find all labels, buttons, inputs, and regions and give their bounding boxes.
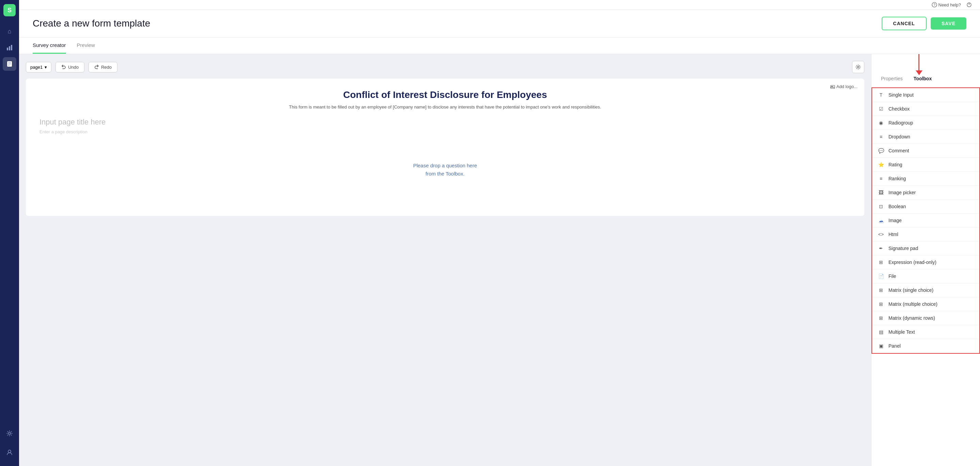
form-header: Conflict of Interest Disclosure for Empl… <box>40 89 851 110</box>
toolbox-item-label: Matrix (dynamic rows) <box>888 315 935 321</box>
toolbox-item-label: Single Input <box>888 92 914 98</box>
toolbox-item-expression-read-only[interactable]: ⊞Expression (read-only) <box>872 256 979 269</box>
toolbox-item-matrix-single-choice[interactable]: ⊞Matrix (single choice) <box>872 283 979 297</box>
content-area: page1 ▾ Undo Redo Add logo... <box>19 54 980 466</box>
toolbox-item-label: Image <box>888 218 902 223</box>
single-input-icon: T <box>878 92 885 98</box>
toolbox-item-checkbox[interactable]: ☑Checkbox <box>872 102 979 116</box>
svg-point-13 <box>858 66 859 68</box>
boolean-icon: ⊡ <box>878 203 885 210</box>
radiogroup-icon: ◉ <box>878 119 885 126</box>
comment-icon: 💬 <box>878 147 885 154</box>
toolbox-item-label: File <box>888 274 896 279</box>
page-select[interactable]: page1 ▾ <box>26 62 51 72</box>
toolbox-item-signature-pad[interactable]: ✒Signature pad <box>872 242 979 256</box>
page-title-placeholder[interactable]: Input page title here <box>40 118 851 127</box>
svg-point-7 <box>8 432 11 434</box>
toolbox-item-panel[interactable]: ▣Panel <box>872 339 979 353</box>
toolbox-item-boolean[interactable]: ⊡Boolean <box>872 200 979 214</box>
toolbox-item-label: Panel <box>888 343 901 349</box>
redo-button[interactable]: Redo <box>89 62 118 72</box>
toolbox-item-label: Ranking <box>888 176 906 181</box>
ranking-icon: ≡ <box>878 175 885 182</box>
toolbox-item-label: Dropdown <box>888 134 910 140</box>
sidebar-item-document[interactable] <box>3 57 16 71</box>
sidebar-item-chart[interactable] <box>3 41 16 54</box>
add-logo-button[interactable]: Add logo... <box>830 84 858 89</box>
dropdown-icon: ≡ <box>878 134 885 140</box>
settings-button[interactable] <box>852 61 864 73</box>
sidebar-item-home[interactable]: ⌂ <box>3 24 16 38</box>
toolbox-item-label: Radiogroup <box>888 120 913 126</box>
toolbox-item-label: Matrix (multiple choice) <box>888 301 937 307</box>
toolbox-item-single-input[interactable]: TSingle Input <box>872 88 979 102</box>
save-button[interactable]: SAVE <box>931 17 966 30</box>
sidebar-bottom <box>3 426 16 462</box>
toolbox-item-image[interactable]: 🗻Image <box>872 214 979 227</box>
sidebar: S ⌂ <box>0 0 19 466</box>
main-content: ? Need help? Create a new form template … <box>19 0 980 466</box>
drop-zone: Please drop a question here from the Too… <box>40 134 851 205</box>
toolbox-item-label: Multiple Text <box>888 329 915 335</box>
toolbox-item-label: Signature pad <box>888 246 918 251</box>
file-icon: 📄 <box>878 273 885 280</box>
toolbox-item-label: Expression (read-only) <box>888 259 937 265</box>
toolbox-item-matrix-multiple-choice[interactable]: ⊞Matrix (multiple choice) <box>872 297 979 311</box>
toolbox-item-label: Comment <box>888 148 909 153</box>
page-header: Create a new form template CANCEL SAVE <box>19 10 980 37</box>
survey-form: Add logo... Conflict of Interest Disclos… <box>26 79 864 216</box>
editor-toolbar: page1 ▾ Undo Redo <box>26 61 864 73</box>
sidebar-item-settings[interactable] <box>3 426 16 440</box>
top-bar: ? Need help? <box>19 0 980 10</box>
svg-point-8 <box>8 450 11 453</box>
tab-preview[interactable]: Preview <box>77 37 95 54</box>
rating-icon: ⭐ <box>878 161 885 168</box>
toolbox-item-ranking[interactable]: ≡Ranking <box>872 172 979 186</box>
toolbox-item-image-picker[interactable]: 🖼Image picker <box>872 186 979 200</box>
toolbox-item-label: Boolean <box>888 204 906 209</box>
app-logo[interactable]: S <box>3 4 16 16</box>
undo-button[interactable]: Undo <box>56 62 84 72</box>
header-actions: CANCEL SAVE <box>882 17 966 30</box>
image-picker-icon: 🖼 <box>878 189 885 196</box>
survey-editor: page1 ▾ Undo Redo Add logo... <box>19 54 871 466</box>
html-icon: <> <box>878 231 885 238</box>
matrix-(single-choice)-icon: ⊞ <box>878 287 885 294</box>
right-panel: Properties Toolbox TSingle Input☑Checkbo… <box>871 54 980 466</box>
panel-tabs: Properties Toolbox <box>872 71 980 87</box>
page-desc-placeholder[interactable]: Enter a page description <box>40 129 851 134</box>
toolbox-item-comment[interactable]: 💬Comment <box>872 144 979 158</box>
svg-text:?: ? <box>933 3 935 7</box>
svg-rect-1 <box>9 46 10 50</box>
power-icon[interactable] <box>966 2 972 8</box>
panel-icon: ▣ <box>878 342 885 349</box>
toolbox-item-file[interactable]: 📄File <box>872 269 979 283</box>
svg-rect-0 <box>7 48 8 50</box>
page-title: Create a new form template <box>33 18 150 29</box>
toolbox-item-matrix-dynamic-rows[interactable]: ⊞Matrix (dynamic rows) <box>872 311 979 325</box>
main-tabs: Survey creator Preview <box>19 37 980 54</box>
toolbox-item-label: Matrix (single choice) <box>888 288 933 293</box>
toolbox-item-label: Checkbox <box>888 106 910 111</box>
sidebar-item-user[interactable] <box>3 445 16 459</box>
toolbox-item-multiple-text[interactable]: ▤Multiple Text <box>872 325 979 339</box>
tab-toolbox[interactable]: Toolbox <box>910 71 936 87</box>
toolbox-item-rating[interactable]: ⭐Rating <box>872 158 979 172</box>
form-subtitle: This form is meant to be filled out by a… <box>40 105 851 110</box>
matrix-(multiple-choice)-icon: ⊞ <box>878 301 885 307</box>
expression-(read-only)-icon: ⊞ <box>878 259 885 266</box>
chevron-down-icon: ▾ <box>45 65 47 70</box>
cancel-button[interactable]: CANCEL <box>882 17 927 30</box>
toolbox-item-dropdown[interactable]: ≡Dropdown <box>872 130 979 144</box>
need-help[interactable]: ? Need help? <box>932 2 961 8</box>
toolbox-item-html[interactable]: <>Html <box>872 227 979 242</box>
toolbox-item-label: Image picker <box>888 190 916 195</box>
matrix-(dynamic-rows)-icon: ⊞ <box>878 315 885 321</box>
tab-survey-creator[interactable]: Survey creator <box>33 37 66 54</box>
checkbox-icon: ☑ <box>878 105 885 112</box>
svg-rect-2 <box>11 45 12 50</box>
toolbox-item-label: Html <box>888 232 898 237</box>
tab-properties[interactable]: Properties <box>877 71 907 87</box>
multiple-text-icon: ▤ <box>878 329 885 336</box>
toolbox-item-radiogroup[interactable]: ◉Radiogroup <box>872 116 979 130</box>
